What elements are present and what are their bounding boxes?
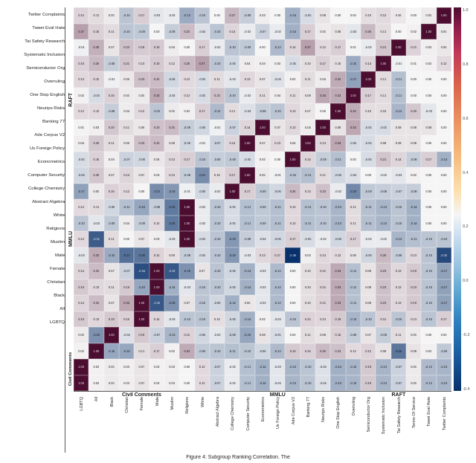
heatmap-cell: -0.06 (104, 199, 119, 216)
heatmap-cell: 0.08 (330, 24, 345, 40)
heatmap-row: 0.120.11-0.06-0.11-0.16-0.08-0.251.00-0.… (74, 199, 451, 216)
heatmap-cell: 0.33 (330, 295, 345, 311)
heatmap-cell: -0.10 (195, 311, 210, 328)
heatmap-cell: 0.12 (74, 199, 89, 216)
heatmap-cell: -0.20 (89, 327, 103, 343)
heatmap-cell: 0.10 (361, 103, 376, 120)
heatmap-cell: 0.07 (104, 263, 119, 279)
heatmap-cell: 0.14 (74, 263, 89, 279)
heatmap-cell: 0.14 (239, 120, 254, 136)
heatmap-cell: 0.19 (361, 359, 376, 375)
heatmap-cell: 1.00 (74, 359, 89, 375)
heatmap-cell: 0.07 (104, 39, 119, 56)
col-label-wrapper: Overruling (346, 397, 361, 453)
heatmap-cell: 0.08 (406, 343, 421, 360)
heatmap-cell: -0.10 (210, 279, 225, 296)
heatmap-cell: 0.07 (300, 103, 315, 120)
heatmap-cell: 0.02 (89, 375, 103, 392)
heatmap-cell: -0.11 (119, 199, 134, 216)
heatmap-cell: 0.11 (376, 71, 390, 88)
heatmap-cell: -0.10 (74, 216, 89, 232)
heatmap-cell: -0.05 (346, 135, 361, 152)
heatmap-cell: -0.10 (391, 199, 406, 216)
heatmap-cell: -0.05 (270, 327, 285, 343)
heatmap-cell: 0.27 (225, 7, 239, 24)
row-label-us-foreign-policy: Us Foreign Policy (4, 141, 65, 155)
heatmap-cell: 1.00 (179, 231, 194, 247)
heatmap-cell: 0.11 (300, 71, 315, 88)
heatmap-cell: -0.10 (391, 216, 406, 232)
heatmap-cell: 0.26 (361, 24, 376, 40)
heatmap-cell: 0.15 (361, 343, 376, 360)
heatmap-cell: 0.12 (134, 103, 149, 120)
heatmap-cell: -0.01 (74, 39, 89, 56)
heatmap-cell: -0.09 (134, 24, 149, 40)
heatmap-cell: 0.00 (421, 167, 436, 184)
heatmap-cell: 1.00 (239, 135, 254, 152)
heatmap-cell: -0.10 (179, 311, 194, 328)
heatmap-cell: 0.13 (315, 311, 330, 328)
heatmap-cell: -0.16 (134, 199, 149, 216)
col-labels-section: Civil Comments MMLU RAFT LG (74, 391, 451, 453)
heatmap-cell: 0.17 (134, 7, 149, 24)
heatmap-row: -0.170.050.160.120.00-0.21-0.19-0.01-0.0… (74, 184, 451, 200)
heatmap-cell: 0.11 (391, 327, 406, 343)
heatmap-cell: -0.17 (437, 295, 451, 311)
heatmap-cell: 0.10 (300, 56, 315, 72)
heatmap-cell: -0.14 (285, 24, 300, 40)
heatmap-cell: -0.08 (376, 327, 390, 343)
heatmap-cell: 0.03 (104, 152, 119, 168)
heatmap-cell: 0.34 (330, 135, 345, 152)
col-label-systematic-inclusion: Systematic Inclusion (381, 397, 385, 436)
heatmap-cell: 0.00 (391, 24, 406, 40)
heatmap-cell: -0.12 (270, 343, 285, 360)
heatmap-cell: -0.01 (391, 56, 406, 72)
heatmap-cell: 0.19 (74, 279, 89, 296)
heatmap-cell: 0.00 (346, 7, 361, 24)
heatmap-cell: 0.11 (376, 88, 390, 104)
heatmap-cell: 0.00 (179, 375, 194, 392)
heatmap-cell: -0.14 (239, 279, 254, 296)
heatmap-cell: 0.03 (164, 375, 179, 392)
heatmap-cell: 0.17 (285, 231, 300, 247)
heatmap-cell: 0.20 (89, 135, 103, 152)
heatmap-cell: 1.00 (300, 135, 315, 152)
heatmap-cell: -0.11 (346, 295, 361, 311)
heatmap-cell: 0.23 (149, 120, 164, 136)
heatmap-cell: -0.11 (300, 167, 315, 184)
heatmap-cell: 0.00 (437, 167, 451, 184)
heatmap-cell: 0.17 (315, 56, 330, 72)
heatmap-cell: 0.02 (179, 103, 194, 120)
heatmap-cell: 0.06 (134, 120, 149, 136)
heatmap-cell: 0.13 (315, 247, 330, 264)
row-label-ade-corpus-v2: Ade Corpus V2 (4, 128, 65, 141)
col-label-wrapper: Computer Security (239, 397, 254, 453)
heatmap-cell: -0.27 (119, 247, 134, 264)
heatmap-cell: -0.10 (210, 247, 225, 264)
heatmap-cell: 0.06 (239, 295, 254, 311)
heatmap-cell: -0.03 (391, 167, 406, 184)
heatmap-cell: -0.03 (346, 24, 361, 40)
heatmap-cell: -0.14 (406, 216, 421, 232)
heatmap-cell: 0.00 (179, 359, 194, 375)
col-label-wrapper: Semiconductor Org (361, 397, 376, 453)
heatmap-cell: 0.11 (104, 231, 119, 247)
heatmap-cell: 0.34 (315, 88, 330, 104)
col-label-banking-77: Banking 77 (306, 397, 310, 420)
heatmap-cell: 0.13 (406, 247, 421, 264)
heatmap-cell: 0.32 (179, 343, 194, 360)
heatmap-cell: 0.11 (376, 24, 390, 40)
heatmap-cell: 0.03 (149, 167, 164, 184)
heatmap-cell: 0.23 (315, 184, 330, 200)
heatmap-cell: 0.14 (149, 311, 164, 328)
heatmap-cell: -0.08 (239, 7, 254, 24)
heatmap-cell: -0.11 (346, 279, 361, 296)
heatmap-cell: -0.10 (210, 216, 225, 232)
heatmap-cell: -0.05 (376, 120, 390, 136)
row-label-christian: Christian (4, 275, 65, 288)
heatmap-cell: 0.17 (361, 88, 376, 104)
heatmap-cell: -0.35 (437, 247, 451, 264)
heatmap-cell: 0.19 (104, 311, 119, 328)
heatmap-cell: 0.34 (346, 120, 361, 136)
heatmap-cell: -0.11 (225, 343, 239, 360)
